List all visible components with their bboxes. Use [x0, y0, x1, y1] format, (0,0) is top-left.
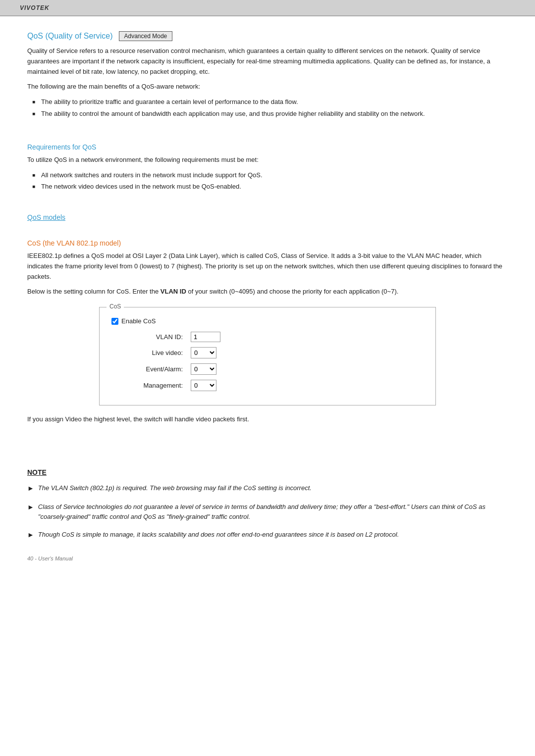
- cos-paragraph-2: Below is the setting column for CoS. Ent…: [27, 287, 508, 297]
- note-item-3: ► Though CoS is simple to manage, it lac…: [27, 530, 508, 541]
- cos-enable-row: Enable CoS: [111, 317, 424, 325]
- note-item-2: ► Class of Service technologies do not g…: [27, 502, 508, 522]
- vlan-id-input[interactable]: [191, 332, 220, 342]
- management-row: Management: 0 1 2 3 4 5 6 7: [111, 380, 424, 391]
- requirements-title: Requirements for QoS: [27, 143, 508, 151]
- advanced-mode-button[interactable]: Advanced Mode: [119, 31, 173, 41]
- qos-models-link[interactable]: QoS models: [27, 213, 508, 221]
- qos-title-row: QoS (Quality of Service) Advanced Mode: [27, 31, 508, 41]
- requirement-item-2: The network video devices used in the ne…: [32, 182, 508, 192]
- management-label: Management:: [111, 382, 191, 389]
- cos-settings-box: CoS Enable CoS VLAN ID: Live video: 0 1 …: [99, 307, 436, 405]
- live-video-select[interactable]: 0 1 2 3 4 5 6 7: [191, 347, 216, 358]
- cos-p2-post: of your switch (0~4095) and choose the p…: [186, 288, 399, 295]
- cos-section-title: CoS (the VLAN 802.1p model): [27, 239, 508, 247]
- note-arrow-3: ►: [27, 530, 34, 541]
- main-content: QoS (Quality of Service) Advanced Mode Q…: [0, 16, 535, 581]
- page-header: VIVOTEK: [0, 0, 535, 16]
- cos-paragraph-1: IEEE802.1p defines a QoS model at OSI La…: [27, 251, 508, 282]
- page-wrapper: VIVOTEK QoS (Quality of Service) Advance…: [0, 0, 535, 756]
- intro-paragraph-1: Quality of Service refers to a resource …: [27, 46, 508, 77]
- live-video-row: Live video: 0 1 2 3 4 5 6 7: [111, 347, 424, 358]
- brand-label: VIVOTEK: [20, 4, 50, 11]
- note-text-3: Though CoS is simple to manage, it lacks…: [38, 530, 399, 541]
- cos-enable-label: Enable CoS: [121, 317, 156, 325]
- live-video-label: Live video:: [111, 349, 191, 356]
- benefit-item-1: The ability to prioritize traffic and gu…: [32, 97, 508, 107]
- note-arrow-2: ►: [27, 502, 34, 522]
- benefit-item-2: The ability to control the amount of ban…: [32, 109, 508, 119]
- event-alarm-select[interactable]: 0 1 2 3 4 5 6 7: [191, 363, 216, 375]
- event-alarm-row: Event/Alarm: 0 1 2 3 4 5 6 7: [111, 363, 424, 375]
- cos-post-note: If you assign Video the highest level, t…: [27, 414, 508, 425]
- note-text-1: The VLAN Switch (802.1p) is required. Th…: [38, 483, 312, 494]
- requirements-list: All network switches and routers in the …: [32, 170, 508, 192]
- requirements-intro: To utilize QoS in a network environment,…: [27, 155, 508, 165]
- event-alarm-label: Event/Alarm:: [111, 365, 191, 373]
- qos-main-title: QoS (Quality of Service): [27, 32, 113, 41]
- cos-p2-pre: Below is the setting column for CoS. Ent…: [27, 288, 160, 295]
- intro-paragraph-2: The following are the main benefits of a…: [27, 82, 508, 92]
- note-heading: NOTE: [27, 468, 508, 476]
- note-arrow-1: ►: [27, 483, 34, 494]
- vlan-id-label: VLAN ID:: [111, 333, 191, 341]
- cos-enable-checkbox[interactable]: [111, 318, 118, 325]
- management-select[interactable]: 0 1 2 3 4 5 6 7: [191, 380, 216, 391]
- benefits-list: The ability to prioritize traffic and gu…: [32, 97, 508, 118]
- cos-box-wrapper: CoS Enable CoS VLAN ID: Live video: 0 1 …: [27, 307, 508, 405]
- vlan-id-row: VLAN ID:: [111, 332, 424, 342]
- note-text-2: Class of Service technologies do not gua…: [38, 502, 508, 522]
- cos-legend: CoS: [107, 303, 124, 310]
- requirement-item-1: All network switches and routers in the …: [32, 170, 508, 180]
- page-footer-text: 40 - User's Manual: [27, 555, 508, 561]
- note-item-1: ► The VLAN Switch (802.1p) is required. …: [27, 483, 508, 494]
- cos-p2-bold: VLAN ID: [160, 288, 186, 295]
